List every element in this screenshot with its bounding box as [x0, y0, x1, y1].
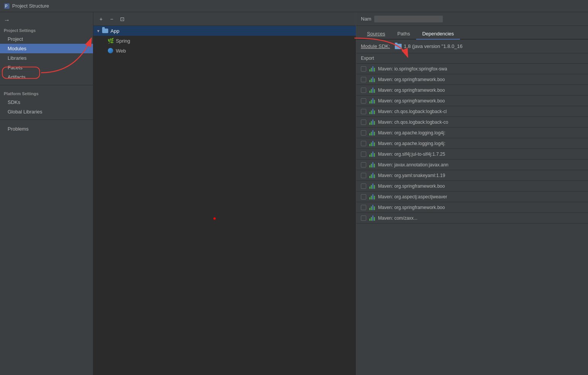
- dep-text: Maven: org.springframework.boo: [378, 184, 445, 189]
- dep-checkbox[interactable]: [361, 120, 366, 125]
- dep-row[interactable]: Maven: org.apache.logging.log4j:: [356, 128, 588, 138]
- dep-bar-icon: [369, 205, 375, 210]
- dep-checkbox[interactable]: [361, 88, 366, 93]
- dep-checkbox[interactable]: [361, 98, 366, 104]
- dep-bar-icon: [369, 173, 375, 178]
- sidebar-item-project[interactable]: Project: [0, 34, 93, 44]
- export-label: Export: [361, 56, 384, 61]
- tree-content: ▼ App 🌿 Spring Web: [93, 26, 356, 375]
- tree-item-label: App: [111, 28, 119, 34]
- name-label: Nam: [361, 16, 371, 22]
- copy-button[interactable]: ⊡: [118, 14, 127, 24]
- spring-icon: 🌿: [107, 37, 114, 44]
- tab-paths[interactable]: Paths: [391, 29, 416, 40]
- tree-item-web-label: Web: [116, 48, 126, 54]
- dep-text: Maven: org.springframework.boo: [378, 98, 445, 104]
- dep-row[interactable]: Maven: org.springframework.boo: [356, 85, 588, 96]
- dep-checkbox[interactable]: [361, 130, 366, 136]
- sidebar-item-global-libraries[interactable]: Global Libraries: [0, 107, 93, 116]
- dep-bar-icon: [369, 109, 375, 114]
- dep-bar-icon: [369, 184, 375, 189]
- svg-text:P: P: [5, 4, 8, 8]
- dep-row[interactable]: Maven: ch.qos.logback:logback-co: [356, 117, 588, 128]
- sidebar-item-modules[interactable]: Modules: [0, 44, 93, 53]
- dep-checkbox[interactable]: [361, 141, 366, 146]
- add-button[interactable]: +: [96, 14, 106, 24]
- dep-text: Maven: com/zaxx...: [378, 215, 417, 221]
- dep-checkbox[interactable]: [361, 194, 366, 199]
- dep-row[interactable]: Maven: org.springframework.boo: [356, 202, 588, 213]
- dep-row[interactable]: Maven: org.yaml:snakeyaml:1.19: [356, 170, 588, 181]
- dep-row[interactable]: Maven: ch.qos.logback:logback-cl: [356, 106, 588, 117]
- dep-checkbox[interactable]: [361, 184, 366, 189]
- dep-checkbox[interactable]: [361, 66, 366, 72]
- sidebar-item-sdks[interactable]: SDKs: [0, 97, 93, 107]
- sidebar-item-problems[interactable]: Problems: [0, 123, 93, 134]
- dep-text: Maven: javax.annotation:javax.ann: [378, 162, 449, 168]
- sidebar-item-facets[interactable]: Facets: [0, 63, 93, 72]
- toolbar: + − ⊡: [93, 12, 356, 26]
- dep-bar-icon: [369, 215, 375, 221]
- dep-row[interactable]: Maven: org.springframework.boo: [356, 74, 588, 85]
- project-settings-header: Project Settings: [0, 25, 93, 34]
- dep-text: Maven: org.apache.logging.log4j:: [378, 141, 445, 146]
- dep-checkbox[interactable]: [361, 173, 366, 178]
- dep-checkbox[interactable]: [361, 109, 366, 114]
- dep-checkbox[interactable]: [361, 162, 366, 168]
- web-icon: [107, 47, 114, 54]
- sidebar-divider: [0, 85, 93, 85]
- back-arrow[interactable]: →: [0, 15, 93, 25]
- dep-text: Maven: io.springfox:springfox-swa: [378, 66, 447, 72]
- project-structure-icon: P: [4, 3, 10, 9]
- dep-bar-icon: [369, 162, 375, 168]
- dep-row[interactable]: Maven: com/zaxx...: [356, 213, 588, 223]
- sidebar-item-artifacts[interactable]: Artifacts: [0, 72, 93, 82]
- tree-item-web[interactable]: Web: [93, 46, 356, 56]
- window-title: Project Structure: [12, 3, 49, 9]
- tree-expand-arrow: ▼: [96, 29, 102, 33]
- dep-text: Maven: org.springframework.boo: [378, 77, 445, 82]
- deps-header: Export: [356, 53, 588, 64]
- dep-row[interactable]: Maven: org.springframework.boo: [356, 96, 588, 106]
- sdk-row: Module SDK: 1.8 (java version "1.8.0_16: [356, 40, 588, 53]
- tree-item-spring[interactable]: 🌿 Spring: [93, 36, 356, 46]
- right-panel: Nam Sources Paths Dependencies Module SD…: [356, 12, 588, 375]
- dep-text: Maven: org.springframework.boo: [378, 88, 445, 93]
- dep-checkbox[interactable]: [361, 77, 366, 82]
- folder-icon: [102, 27, 109, 34]
- dep-bar-icon: [369, 130, 375, 136]
- dep-text: Maven: org.yaml:snakeyaml:1.19: [378, 173, 445, 178]
- sdk-folder-icon: [395, 44, 402, 49]
- tree-item-spring-label: Spring: [116, 38, 130, 44]
- tree-item-app[interactable]: ▼ App: [93, 26, 356, 36]
- title-bar: P Project Structure: [0, 0, 588, 12]
- remove-button[interactable]: −: [107, 14, 116, 24]
- dep-row[interactable]: Maven: org.aspectj:aspectjweaver: [356, 191, 588, 202]
- dep-bar-icon: [369, 120, 375, 125]
- deps-list[interactable]: Maven: io.springfox:springfox-swa Maven:…: [356, 64, 588, 375]
- tab-dependencies[interactable]: Dependencies: [416, 29, 460, 40]
- dep-row[interactable]: Maven: javax.annotation:javax.ann: [356, 160, 588, 170]
- sdk-label: Module SDK:: [361, 43, 390, 49]
- dep-checkbox[interactable]: [361, 215, 366, 221]
- tab-sources[interactable]: Sources: [361, 29, 391, 40]
- dep-text: Maven: ch.qos.logback:logback-cl: [378, 109, 447, 114]
- dep-row[interactable]: Maven: org.apache.logging.log4j:: [356, 138, 588, 149]
- sidebar: → Project Settings Project Modules Libra…: [0, 12, 93, 375]
- dep-bar-icon: [369, 66, 375, 72]
- sidebar-divider-2: [0, 120, 93, 120]
- dep-checkbox[interactable]: [361, 205, 366, 210]
- dep-text: Maven: org.aspectj:aspectjweaver: [378, 194, 447, 199]
- tabs-bar: Sources Paths Dependencies: [356, 26, 588, 40]
- dep-checkbox[interactable]: [361, 152, 366, 157]
- dep-row[interactable]: Maven: org.slf4j:jul-to-slf4j:1.7.25: [356, 149, 588, 160]
- dep-row[interactable]: Maven: org.springframework.boo: [356, 181, 588, 191]
- sidebar-item-libraries[interactable]: Libraries: [0, 53, 93, 63]
- dep-bar-icon: [369, 141, 375, 146]
- sdk-value: 1.8 (java version "1.8.0_16: [404, 43, 463, 49]
- dep-text: Maven: ch.qos.logback:logback-co: [378, 120, 448, 125]
- platform-settings-header: Platform Settings: [0, 88, 93, 97]
- dep-bar-icon: [369, 88, 375, 93]
- dep-row[interactable]: Maven: io.springfox:springfox-swa: [356, 64, 588, 74]
- dep-text: Maven: org.apache.logging.log4j:: [378, 130, 445, 136]
